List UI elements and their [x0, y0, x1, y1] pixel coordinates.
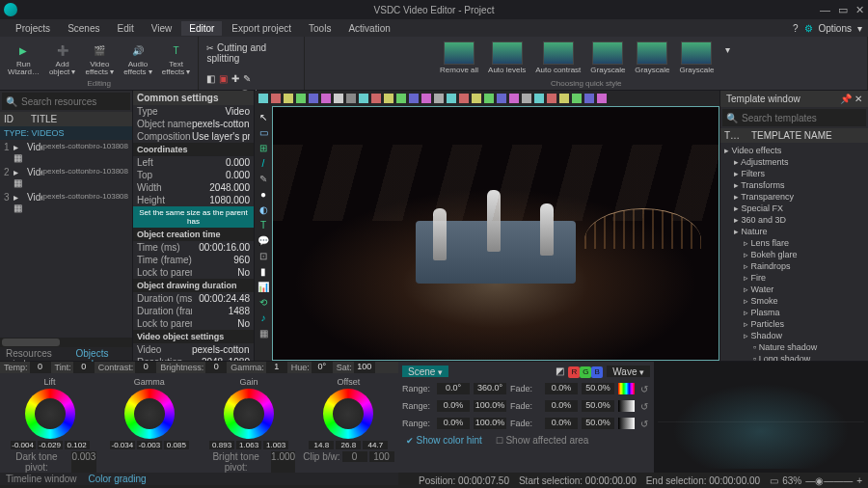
canvas-toolbar-btn-17[interactable]	[472, 94, 481, 103]
props-section-drawing[interactable]: Object drawing duration	[133, 279, 254, 292]
props-section-video[interactable]: Video object settings	[133, 330, 254, 343]
column-id[interactable]: ID	[4, 114, 31, 124]
canvas-toolbar-btn-5[interactable]	[321, 94, 331, 103]
template-node-fire[interactable]: ▹ Fire	[724, 272, 864, 284]
help-button[interactable]: ?	[793, 23, 799, 34]
template-node-shadow[interactable]: ▹ Shadow	[724, 330, 864, 341]
color-wheel-gamma[interactable]: Gamma-0.034-0.0030.085	[103, 377, 196, 473]
quick-style-grayscale[interactable]: Grayscale	[586, 39, 629, 76]
cg-param-brightness[interactable]: Brightness:0	[160, 362, 227, 373]
video-effects-button[interactable]: 🎬Videoeffects ▾	[81, 39, 118, 78]
cg-param-contrast[interactable]: Contrast:0	[98, 362, 157, 373]
text-effects-button[interactable]: TTexteffects ▾	[158, 39, 195, 78]
cg-param-tint[interactable]: Tint:0	[55, 362, 95, 373]
same-size-button[interactable]: Set the same size as the parent has	[133, 206, 254, 228]
property-row[interactable]: Lock to parentNo	[133, 266, 254, 279]
color-wheel-offset[interactable]: Offset14.826.844.7Clip b/w:0100	[302, 377, 394, 473]
add-object-button[interactable]: ➕Addobject ▾	[45, 39, 80, 78]
canvas-toolbar-btn-23[interactable]	[547, 94, 556, 103]
range-min[interactable]: 0.0%	[437, 418, 470, 429]
reset-icon[interactable]: ↺	[638, 384, 650, 394]
hue-spectrum[interactable]	[618, 383, 635, 394]
template-node-raindrops[interactable]: ▹ Raindrops	[724, 260, 864, 272]
canvas-tool-5[interactable]: ●	[257, 187, 270, 201]
fade-min[interactable]: 0.0%	[545, 383, 578, 394]
property-row[interactable]: Width2048.000	[133, 181, 254, 194]
cg-param-gamma[interactable]: Gamma:1	[231, 362, 287, 373]
template-node-nature[interactable]: ▸ Nature	[724, 226, 864, 237]
menu-export-project[interactable]: Export project	[224, 21, 299, 36]
range-max[interactable]: 100.0%	[474, 418, 506, 429]
maximize-button[interactable]: ▭	[838, 4, 848, 16]
canvas-toolbar-btn-11[interactable]	[396, 94, 406, 103]
fade-min[interactable]: 0.0%	[545, 400, 578, 412]
canvas-toolbar-btn-15[interactable]	[447, 94, 456, 103]
range-max[interactable]: 360.0°	[474, 383, 506, 394]
quick-style-grayscale[interactable]: Grayscale	[631, 39, 673, 76]
quick-style-auto-contrast[interactable]: Auto contrast	[531, 39, 584, 76]
template-node-adjustments[interactable]: ▸ Adjustments	[724, 156, 864, 168]
template-node-transparency[interactable]: ▸ Transparency	[724, 191, 864, 203]
canvas-toolbar-btn-27[interactable]	[597, 94, 607, 103]
canvas-tool-1[interactable]: ▭	[257, 125, 270, 139]
menu-tools[interactable]: Tools	[301, 21, 339, 36]
templates-col-name[interactable]: TEMPLATE NAME	[751, 130, 832, 141]
canvas-toolbar-btn-13[interactable]	[421, 94, 431, 103]
fade-max[interactable]: 50.0%	[582, 383, 614, 394]
template-node-bokeh-glare[interactable]: ▹ Bokeh glare	[724, 249, 864, 260]
cg-param-temp[interactable]: Temp:0	[4, 362, 51, 373]
templates-col-t[interactable]: T…	[724, 130, 751, 141]
template-node-water[interactable]: ▹ Water	[724, 284, 864, 295]
template-node-transforms[interactable]: ▸ Transforms	[724, 179, 864, 191]
property-row[interactable]: Left0.000	[133, 156, 254, 169]
color-wheel-lift[interactable]: Lift-0.004-0.0290.102Dark tone pivot:0.0…	[4, 377, 96, 473]
canvas-tool-9[interactable]: ⊡	[257, 249, 270, 262]
canvas-toolbar-btn-0[interactable]	[258, 94, 268, 103]
options-button[interactable]: Options	[819, 23, 852, 34]
canvas-toolbar-btn-26[interactable]	[584, 94, 594, 103]
property-row[interactable]: Object namepexels-cottonbro-10	[133, 118, 254, 130]
template-node-particles[interactable]: ▹ Particles	[724, 318, 864, 330]
canvas-toolbar-btn-16[interactable]	[459, 94, 469, 103]
canvas-toolbar-btn-9[interactable]	[371, 94, 381, 103]
color-wheel-gain[interactable]: Gain0.8931.0631.003Bright tone pivot:1.0…	[203, 377, 295, 473]
close-button[interactable]: ✕	[855, 4, 864, 16]
canvas-tool-0[interactable]: ↖	[257, 110, 270, 123]
template-node-filters[interactable]: ▸ Filters	[724, 168, 864, 179]
close-panel-icon[interactable]: ✕	[854, 94, 862, 104]
menu-view[interactable]: View	[144, 21, 180, 36]
canvas-toolbar-btn-24[interactable]	[559, 94, 569, 103]
canvas-toolbar-btn-22[interactable]	[534, 94, 544, 103]
property-row[interactable]: Top0.000	[133, 169, 254, 181]
canvas-toolbar-btn-18[interactable]	[484, 94, 494, 103]
fade-max[interactable]: 50.0%	[582, 400, 614, 412]
canvas-tool-13[interactable]: ♪	[257, 311, 270, 324]
canvas-tool-10[interactable]: ▮	[257, 264, 270, 278]
property-row[interactable]: Composition moUse layer's properties	[133, 130, 254, 143]
property-row[interactable]: Height1080.000	[133, 194, 254, 206]
canvas-toolbar-btn-12[interactable]	[409, 94, 419, 103]
split-icon[interactable]: ✚	[231, 73, 239, 84]
property-row[interactable]: Resolution2048, 1080	[133, 356, 254, 361]
scope-toggle-icon[interactable]: ◩	[556, 366, 564, 377]
show-affected-area-checkbox[interactable]: ☐ Show affected area	[496, 435, 589, 446]
options-chevron-icon[interactable]: ▾	[857, 23, 862, 34]
audio-effects-button[interactable]: 🔊Audioeffects ▾	[120, 39, 156, 78]
canvas-tool-14[interactable]: ▦	[257, 326, 270, 339]
menu-projects[interactable]: Projects	[8, 21, 58, 36]
quick-style-remove-all[interactable]: Remove all	[436, 39, 482, 76]
video-preview[interactable]	[272, 106, 719, 361]
property-row[interactable]: Duration (ms)00:00:24.48	[133, 292, 254, 305]
zoom-slider[interactable]: —◉———	[805, 475, 853, 486]
templates-search-input[interactable]: 🔍 Search templates	[722, 109, 866, 126]
template-node-nature-shadow[interactable]: ▫ Nature shadow	[724, 341, 864, 353]
paint-icon[interactable]: ✎	[243, 73, 251, 84]
template-node-plasma[interactable]: ▹ Plasma	[724, 307, 864, 318]
pin-icon[interactable]: 📌	[840, 94, 852, 104]
run-wizard-button[interactable]: ▶RunWizard…	[4, 39, 43, 78]
property-row[interactable]: TypeVideo	[133, 105, 254, 118]
cg-param-hue[interactable]: Hue:0°	[291, 362, 333, 373]
lightness-bar[interactable]	[618, 400, 635, 412]
minimize-button[interactable]: —	[820, 4, 830, 16]
range-max[interactable]: 100.0%	[474, 400, 506, 412]
